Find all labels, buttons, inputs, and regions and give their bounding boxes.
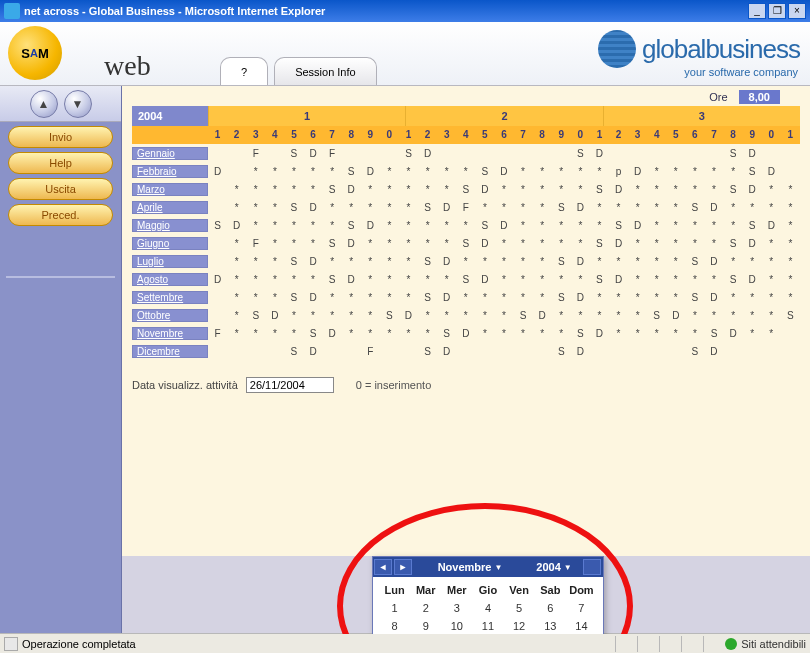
day-cell[interactable]: D: [361, 166, 380, 177]
month-link-luglio[interactable]: Luglio: [132, 255, 208, 268]
day-cell[interactable]: S: [724, 184, 743, 195]
day-cell[interactable]: *: [303, 184, 322, 195]
day-cell[interactable]: *: [265, 238, 284, 249]
day-cell[interactable]: *: [323, 202, 342, 213]
day-cell[interactable]: *: [685, 184, 704, 195]
day-cell[interactable]: D: [762, 220, 781, 231]
day-cell[interactable]: *: [704, 166, 723, 177]
day-cell[interactable]: *: [284, 220, 303, 231]
day-cell[interactable]: D: [571, 346, 590, 357]
day-cell[interactable]: *: [323, 310, 342, 321]
day-cell[interactable]: *: [361, 238, 380, 249]
day-cell[interactable]: *: [724, 310, 743, 321]
dp-day-cell[interactable]: 6: [535, 599, 566, 617]
day-cell[interactable]: *: [685, 310, 704, 321]
day-cell[interactable]: *: [361, 202, 380, 213]
day-cell[interactable]: S: [571, 148, 590, 159]
day-cell[interactable]: S: [724, 274, 743, 285]
month-link-gennaio[interactable]: Gennaio: [132, 147, 208, 160]
day-cell[interactable]: D: [609, 274, 628, 285]
day-cell[interactable]: *: [227, 292, 246, 303]
day-cell[interactable]: *: [475, 292, 494, 303]
day-cell[interactable]: *: [762, 256, 781, 267]
day-cell[interactable]: *: [628, 202, 647, 213]
month-link-novembre[interactable]: Novembre: [132, 327, 208, 340]
day-cell[interactable]: *: [724, 292, 743, 303]
day-cell[interactable]: *: [475, 328, 494, 339]
day-cell[interactable]: *: [246, 202, 265, 213]
day-cell[interactable]: *: [303, 220, 322, 231]
day-cell[interactable]: *: [685, 238, 704, 249]
day-cell[interactable]: S: [475, 166, 494, 177]
day-cell[interactable]: *: [724, 256, 743, 267]
day-cell[interactable]: D: [609, 238, 628, 249]
day-cell[interactable]: *: [590, 220, 609, 231]
dp-day-cell[interactable]: 10: [441, 617, 472, 634]
day-cell[interactable]: *: [590, 256, 609, 267]
day-cell[interactable]: *: [628, 274, 647, 285]
day-cell[interactable]: *: [647, 328, 666, 339]
day-cell[interactable]: *: [704, 184, 723, 195]
day-cell[interactable]: *: [609, 292, 628, 303]
day-cell[interactable]: S: [380, 310, 399, 321]
day-cell[interactable]: D: [342, 274, 361, 285]
day-cell[interactable]: *: [666, 328, 685, 339]
day-cell[interactable]: *: [418, 238, 437, 249]
day-cell[interactable]: D: [743, 148, 762, 159]
day-cell[interactable]: *: [552, 238, 571, 249]
day-cell[interactable]: F: [246, 148, 265, 159]
day-cell[interactable]: D: [494, 166, 513, 177]
day-cell[interactable]: F: [246, 238, 265, 249]
day-cell[interactable]: *: [514, 166, 533, 177]
day-cell[interactable]: *: [762, 310, 781, 321]
day-cell[interactable]: *: [666, 256, 685, 267]
day-cell[interactable]: D: [571, 256, 590, 267]
day-cell[interactable]: *: [380, 274, 399, 285]
sidebar-button-help[interactable]: Help: [8, 152, 113, 174]
day-cell[interactable]: S: [475, 220, 494, 231]
day-cell[interactable]: D: [533, 310, 552, 321]
day-cell[interactable]: *: [399, 184, 418, 195]
day-cell[interactable]: *: [418, 310, 437, 321]
minimize-button[interactable]: _: [748, 3, 766, 19]
dp-day-cell[interactable]: 9: [410, 617, 441, 634]
day-cell[interactable]: D: [628, 220, 647, 231]
day-cell[interactable]: S: [284, 346, 303, 357]
day-cell[interactable]: *: [666, 292, 685, 303]
day-cell[interactable]: *: [361, 292, 380, 303]
day-cell[interactable]: *: [666, 220, 685, 231]
day-cell[interactable]: D: [437, 256, 456, 267]
day-cell[interactable]: D: [609, 184, 628, 195]
day-cell[interactable]: D: [342, 184, 361, 195]
day-cell[interactable]: S: [456, 184, 475, 195]
day-cell[interactable]: *: [571, 184, 590, 195]
day-cell[interactable]: F: [208, 328, 227, 339]
day-cell[interactable]: D: [704, 292, 723, 303]
day-cell[interactable]: S: [399, 148, 418, 159]
dp-day-cell[interactable]: 7: [566, 599, 597, 617]
day-cell[interactable]: F: [323, 148, 342, 159]
day-cell[interactable]: D: [571, 202, 590, 213]
day-cell[interactable]: *: [533, 166, 552, 177]
dp-day-cell[interactable]: 4: [472, 599, 503, 617]
day-cell[interactable]: F: [456, 202, 475, 213]
day-cell[interactable]: S: [323, 274, 342, 285]
day-cell[interactable]: *: [456, 220, 475, 231]
day-cell[interactable]: *: [342, 202, 361, 213]
day-cell[interactable]: *: [399, 166, 418, 177]
day-cell[interactable]: *: [380, 220, 399, 231]
day-cell[interactable]: S: [590, 238, 609, 249]
day-cell[interactable]: *: [227, 328, 246, 339]
day-cell[interactable]: D: [303, 202, 322, 213]
day-cell[interactable]: D: [762, 166, 781, 177]
day-cell[interactable]: *: [342, 256, 361, 267]
day-cell[interactable]: S: [685, 256, 704, 267]
day-cell[interactable]: *: [494, 238, 513, 249]
day-cell[interactable]: D: [323, 328, 342, 339]
day-cell[interactable]: *: [781, 220, 800, 231]
day-cell[interactable]: *: [265, 256, 284, 267]
month-link-agosto[interactable]: Agosto: [132, 273, 208, 286]
day-cell[interactable]: S: [323, 238, 342, 249]
day-cell[interactable]: D: [743, 184, 762, 195]
restore-button[interactable]: ❐: [768, 3, 786, 19]
